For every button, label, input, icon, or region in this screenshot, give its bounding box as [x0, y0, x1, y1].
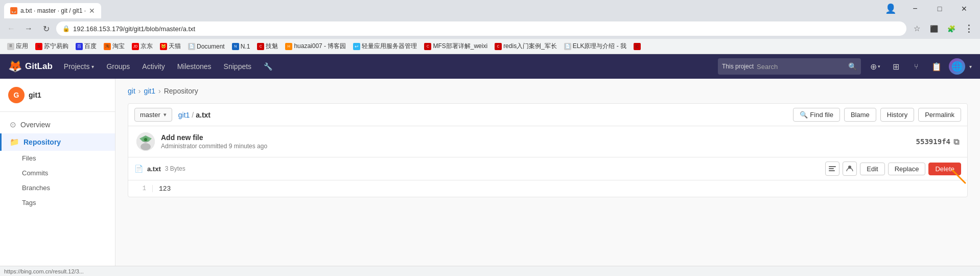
file-toolbar-actions: 🔍 Find file Blame History Permalink — [793, 108, 961, 122]
avatar-icon: 🌐 — [951, 61, 963, 72]
edit-label: Edit — [867, 165, 878, 173]
browser-tab[interactable]: 🦊 a.txt · master · git / git1 · ✕ — [4, 3, 101, 18]
raw-icon-button[interactable] — [825, 162, 839, 176]
delete-button[interactable]: Delete — [928, 163, 961, 175]
line-number-1: 1 — [128, 185, 153, 192]
bookmark-baidu[interactable]: 百 百度 — [73, 41, 100, 52]
bookmark-light-app[interactable]: ↩ 轻量应用服务器管理 — [350, 41, 420, 52]
address-bar-row: ← → ↻ 🔒 192.168.153.179/git/git1/blob/ma… — [0, 18, 980, 39]
nav-projects-arrow: ▾ — [91, 64, 94, 70]
more-icon[interactable]: ⋮ — [962, 21, 976, 36]
sidebar-header: G git1 — [0, 79, 115, 112]
breadcrumb-repository: Repository — [164, 87, 198, 95]
close-button[interactable]: ✕ — [952, 1, 976, 16]
copy-hash-icon[interactable]: ⧉ — [953, 137, 959, 147]
apps-favicon: ⠿ — [7, 43, 14, 50]
bookmark-document[interactable]: 📄 Document — [185, 42, 228, 51]
search-input[interactable] — [757, 63, 845, 71]
huazai-favicon: H — [285, 43, 292, 50]
sidebar-item-branches[interactable]: Branches — [0, 180, 115, 195]
line-content-1: 123 — [153, 183, 177, 195]
sidebar-item-tags[interactable]: Tags — [0, 195, 115, 210]
minimize-button[interactable]: − — [903, 1, 927, 16]
bookmark-elk[interactable]: 📄 ELK原理与介绍 - 我 — [561, 41, 629, 52]
bookmark-mfs-label: MFS部署详解_weixi — [433, 42, 487, 51]
bookmark-huazai[interactable]: H huazai007 - 博客园 — [282, 41, 349, 52]
nav-snippets[interactable]: Snippets — [219, 59, 256, 74]
cast-icon[interactable]: ⬛ — [927, 21, 941, 36]
bookmark-taobao[interactable]: 淘 淘宝 — [101, 41, 128, 52]
bookmark-jimei[interactable]: C 技魅 — [254, 41, 281, 52]
layout-toggle-button[interactable]: ⊞ — [888, 58, 904, 75]
search-scope-label: This project — [722, 63, 754, 70]
nav-groups[interactable]: Groups — [101, 59, 135, 74]
nav-projects[interactable]: Projects ▾ — [59, 59, 100, 74]
address-text[interactable]: 192.168.153.179/git/git1/blob/master/a.t… — [73, 25, 195, 33]
branch-select[interactable]: master ▾ — [134, 108, 172, 122]
bookmark-redis-label: redis入门案例_军长 — [503, 42, 557, 51]
taobao-favicon: 淘 — [104, 43, 111, 50]
bookmark-star-icon[interactable]: ☆ — [909, 21, 924, 36]
overview-icon: ⊙ — [10, 120, 16, 129]
merge-request-icon[interactable]: ⑂ — [908, 58, 924, 75]
blame-icon-button[interactable] — [843, 162, 857, 176]
sidebar-item-commits[interactable]: Commits — [0, 166, 115, 180]
bookmark-redis[interactable]: C redis入门案例_军长 — [492, 41, 560, 52]
commit-message: Add new file — [161, 133, 910, 142]
bookmark-extra[interactable]: C — [631, 42, 644, 51]
user-avatar[interactable]: 🌐 — [949, 58, 965, 75]
blame-button[interactable]: Blame — [844, 108, 876, 122]
find-file-button[interactable]: 🔍 Find file — [793, 108, 840, 122]
sidebar-commits-label: Commits — [22, 169, 48, 177]
edit-button[interactable]: Edit — [860, 163, 884, 175]
header-search[interactable]: This project 🔍 — [718, 58, 861, 75]
bookmark-n1-label: N.1 — [241, 43, 250, 50]
nav-milestones[interactable]: Milestones — [172, 59, 217, 74]
sidebar-item-files[interactable]: Files — [0, 151, 115, 166]
nav-snippets-label: Snippets — [224, 62, 251, 71]
commit-hash-value: 553919f4 — [916, 137, 950, 146]
nav-wrench[interactable]: 🔧 — [259, 59, 277, 74]
address-bar[interactable]: 🔒 192.168.153.179/git/git1/blob/master/a… — [56, 21, 906, 36]
back-button[interactable]: ← — [4, 21, 18, 36]
file-path: git1 / a.txt — [178, 111, 787, 119]
light-app-favicon: ↩ — [353, 43, 360, 50]
history-button[interactable]: History — [880, 108, 914, 122]
bookmark-apps[interactable]: ⠿ 应用 — [4, 41, 31, 52]
sidebar-item-overview[interactable]: ⊙ Overview — [0, 116, 115, 133]
commit-meta: Administrator committed 9 minutes ago — [161, 143, 910, 150]
forward-button[interactable]: → — [21, 21, 36, 36]
lock-icon: 🔒 — [62, 25, 70, 32]
sidebar-item-repository[interactable]: 📁 Repository — [0, 133, 115, 151]
gitlab-logo[interactable]: 🦊 GitLab — [8, 60, 53, 73]
permalink-button[interactable]: Permalink — [918, 108, 961, 122]
bookmark-jd[interactable]: JD 京东 — [129, 41, 156, 52]
file-browser: master ▾ git1 / a.txt 🔍 Find file Blame — [128, 103, 968, 197]
baidu-favicon: 百 — [76, 43, 83, 50]
sidebar-project-name[interactable]: git1 — [29, 91, 41, 99]
new-item-button[interactable]: ⊕ ▾ — [867, 58, 883, 75]
file-size: 3 Bytes — [165, 165, 185, 172]
file-path-git1[interactable]: git1 — [178, 111, 190, 119]
bookmark-mfs[interactable]: C MFS部署详解_weixi — [421, 41, 491, 52]
svg-rect-7 — [829, 170, 835, 171]
maximize-button[interactable]: □ — [928, 1, 951, 16]
bookmark-apps-label: 应用 — [16, 42, 28, 51]
jd-favicon: JD — [132, 43, 139, 50]
search-icon[interactable]: 🔍 — [848, 62, 857, 71]
breadcrumb-git1[interactable]: git1 — [144, 87, 155, 95]
file-toolbar: master ▾ git1 / a.txt 🔍 Find file Blame — [128, 104, 967, 126]
breadcrumb-git[interactable]: git — [128, 87, 135, 95]
bookmark-n1[interactable]: N N.1 — [229, 42, 253, 51]
issues-icon[interactable]: 📋 — [928, 58, 945, 75]
bookmark-jd-label: 京东 — [141, 42, 153, 51]
nav-activity[interactable]: Activity — [137, 59, 170, 74]
user-menu-arrow[interactable]: ▾ — [969, 64, 972, 70]
tab-close-icon[interactable]: ✕ — [89, 7, 95, 15]
bookmark-suning[interactable]: S 苏宁易购 — [32, 41, 72, 52]
profile-button[interactable]: 👤 — [879, 1, 902, 16]
bookmark-tianmao[interactable]: 🐱 天猫 — [157, 41, 184, 52]
replace-button[interactable]: Replace — [888, 163, 926, 175]
refresh-button[interactable]: ↻ — [39, 21, 53, 36]
extension-icon[interactable]: 🧩 — [944, 21, 959, 36]
